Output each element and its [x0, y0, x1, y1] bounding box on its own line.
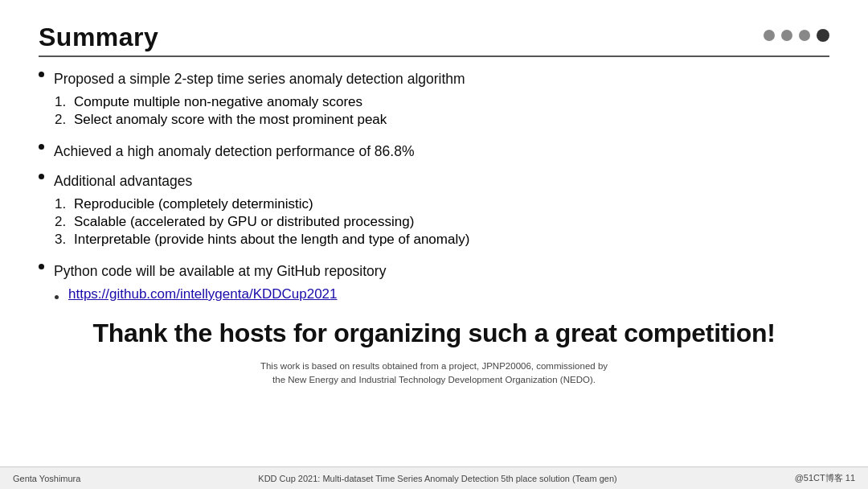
bullet-text-3: Additional advantages: [54, 171, 192, 191]
bottom-left-text: Genta Yoshimura: [13, 474, 80, 483]
bullet-text-4: Python code will be available at my GitH…: [54, 261, 386, 281]
footer-note-line2: the New Energy and Industrial Technology…: [39, 373, 829, 387]
sub-num-3-1: 1.: [55, 196, 74, 212]
bullet-item-1: Proposed a simple 2-step time series ano…: [39, 68, 829, 89]
bullet-dot-1: [39, 72, 44, 77]
slide-container: Summary Proposed a simple 2-step time se…: [0, 0, 868, 489]
bullet-dot-4: [39, 264, 44, 269]
header-area: Summary: [39, 23, 829, 52]
bullet-section-1: Proposed a simple 2-step time series ano…: [39, 68, 829, 129]
sub-item-4-1: https://github.com/intellygenta/KDDCup20…: [55, 286, 829, 302]
sub-num-1-1: 1.: [55, 94, 74, 110]
bullet-list-1: Proposed a simple 2-step time series ano…: [39, 68, 829, 89]
bullet-section-2: Achieved a high anomaly detection perfor…: [39, 141, 829, 166]
sub-item-3-2: 2. Scalable (accelerated by GPU or distr…: [55, 214, 829, 230]
sub-bullet-dot-4-1: [55, 295, 59, 299]
sub-item-1-1: 1. Compute multiple non-negative anomaly…: [55, 94, 829, 110]
footer-note: This work is based on results obtained f…: [39, 360, 829, 388]
sub-list-1: 1. Compute multiple non-negative anomaly…: [55, 94, 829, 128]
bullet-list-3: Additional advantages: [39, 171, 829, 191]
bullet-item-4: Python code will be available at my GitH…: [39, 261, 829, 281]
bullet-dot-3: [39, 174, 44, 179]
slide-title: Summary: [39, 23, 158, 52]
sub-list-3: 1. Reproducible (completely deterministi…: [55, 196, 829, 248]
sub-list-4: https://github.com/intellygenta/KDDCup20…: [55, 286, 829, 302]
sub-num-3-3: 3.: [55, 232, 74, 248]
bullet-text-1: Proposed a simple 2-step time series ano…: [54, 68, 465, 89]
bullet-dot-2: [39, 144, 44, 150]
bottom-center-text: KDD Cup 2021: Multi-dataset Time Series …: [258, 474, 616, 483]
thank-you-section: Thank the hosts for organizing such a gr…: [39, 318, 829, 348]
sub-text-3-3: Interpretable (provide hints about the l…: [74, 232, 469, 248]
github-link[interactable]: https://github.com/intellygenta/KDDCup20…: [68, 286, 338, 302]
sub-num-3-2: 2.: [55, 214, 74, 230]
sub-item-3-3: 3. Interpretable (provide hints about th…: [55, 232, 829, 248]
nav-dot-3: [799, 30, 810, 41]
bullet-text-2: Achieved a high anomaly detection perfor…: [54, 141, 414, 162]
sub-text-1-1: Compute multiple non-negative anomaly sc…: [74, 94, 362, 110]
footer-note-line1: This work is based on results obtained f…: [39, 360, 829, 373]
bullet-item-3: Additional advantages: [39, 171, 829, 191]
bottom-right-text: @51CT博客 11: [795, 472, 855, 484]
section-gap-1: [39, 133, 829, 141]
sub-item-3-1: 1. Reproducible (completely deterministi…: [55, 196, 829, 212]
bottom-bar: Genta Yoshimura KDD Cup 2021: Multi-data…: [0, 466, 868, 489]
sub-item-1-2: 2. Select anomaly score with the most pr…: [55, 112, 829, 128]
nav-dots: [764, 29, 829, 42]
title-underline: [39, 55, 829, 57]
thank-you-text: Thank the hosts for organizing such a gr…: [92, 318, 775, 347]
sub-text-1-2: Select anomaly score with the most promi…: [74, 112, 387, 128]
sub-text-3-1: Reproducible (completely deterministic): [74, 196, 313, 212]
nav-dot-4: [817, 29, 829, 42]
content-area: Proposed a simple 2-step time series ano…: [39, 68, 829, 489]
bullet-list-4: Python code will be available at my GitH…: [39, 261, 829, 281]
nav-dot-2: [781, 30, 792, 41]
nav-dot-1: [764, 30, 775, 41]
bullet-section-3: Additional advantages 1. Reproducible (c…: [39, 171, 829, 249]
bullet-section-4: Python code will be available at my GitH…: [39, 261, 829, 304]
bullet-list-2: Achieved a high anomaly detection perfor…: [39, 141, 829, 162]
bullet-item-2: Achieved a high anomaly detection perfor…: [39, 141, 829, 162]
sub-text-3-2: Scalable (accelerated by GPU or distribu…: [74, 214, 414, 230]
sub-num-1-2: 2.: [55, 112, 74, 128]
section-gap-2: [39, 253, 829, 261]
